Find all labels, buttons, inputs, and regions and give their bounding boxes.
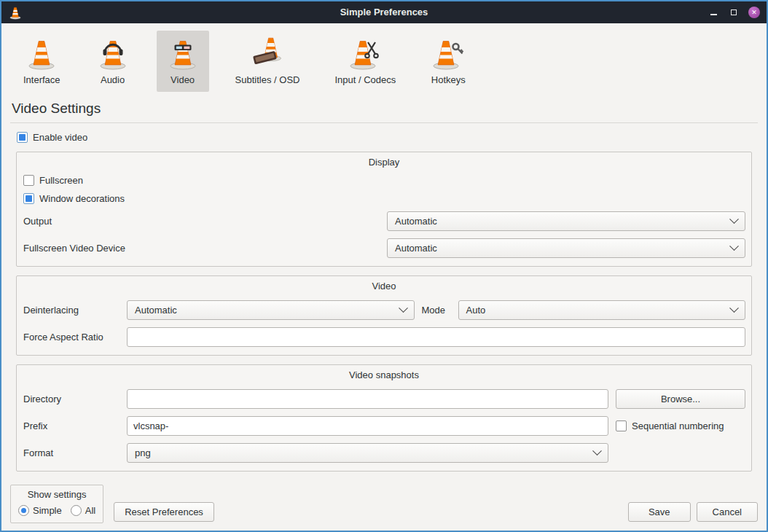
browse-button[interactable]: Browse... [616,389,745,409]
chevron-down-icon [729,214,739,224]
format-label: Format [23,447,119,458]
mode-label: Mode [422,305,451,316]
simple-radio-label[interactable]: Simple [33,505,62,516]
title-divider [10,122,758,123]
input-codecs-cone-scissors-icon [348,36,383,71]
vlc-logo-icon [8,5,23,20]
video-cone-glasses-icon [165,36,200,71]
save-button[interactable]: Save [628,502,691,522]
window-decorations-row: Window decorations [23,193,745,204]
force-aspect-ratio-input[interactable] [127,327,745,347]
window-decorations-checkbox[interactable] [23,193,34,204]
output-row: Output Automatic [23,211,745,231]
simple-radio[interactable] [18,505,29,516]
window-title: Simple Preferences [1,1,767,23]
video-group-title: Video [23,278,745,296]
footer-actions: Save Cancel [628,502,758,523]
fullscreen-video-device-label: Fullscreen Video Device [23,243,125,254]
fullscreen-row: Fullscreen [23,175,745,186]
fullscreen-checkbox[interactable] [23,175,34,186]
sequential-numbering-checkbox[interactable] [616,420,627,431]
tab-input-codecs[interactable]: Input / Codecs [326,31,404,92]
tab-label: Audio [101,74,125,85]
prefix-label: Prefix [23,420,119,431]
display-group-title: Display [23,154,745,172]
simple-radio-item: Simple [18,505,62,516]
settings-content: Video Settings Enable video Display Full… [1,93,767,480]
deinterlacing-dropdown[interactable]: Automatic [127,300,415,320]
chevron-down-icon [399,303,408,313]
tab-video[interactable]: Video [157,31,209,92]
output-dropdown[interactable]: Automatic [387,211,745,231]
tab-subtitles-osd[interactable]: Subtitles / OSD [227,31,309,92]
directory-input[interactable] [127,389,608,409]
deinterlacing-label: Deinterlacing [23,305,119,316]
deinterlacing-row: Deinterlacing Automatic Mode Auto [23,300,745,320]
category-toolbar: Interface Audio Video [1,23,767,93]
chevron-down-icon [729,303,739,313]
directory-label: Directory [23,394,119,404]
titlebar: Simple Preferences ✕ [1,1,767,23]
enable-video-row: Enable video [17,132,758,143]
tab-label: Subtitles / OSD [235,74,300,85]
tab-label: Hotkeys [431,74,466,85]
enable-video-checkbox[interactable] [17,132,28,143]
tab-interface[interactable]: Interface [15,31,69,92]
force-aspect-ratio-label: Force Aspect Ratio [23,332,119,343]
fullscreen-video-device-dropdown[interactable]: Automatic [387,238,745,258]
all-radio-label[interactable]: All [85,505,95,516]
video-snapshots-group-title: Video snapshots [23,367,745,385]
close-button[interactable]: ✕ [748,7,760,18]
preferences-window: Simple Preferences ✕ Interface Audio [0,0,768,532]
window-controls: ✕ [708,7,760,18]
video-snapshots-groupbox: Video snapshots Directory Browse... Pref… [16,364,752,472]
sequential-numbering-row: Sequential numbering [616,420,745,431]
show-settings-groupbox: Show settings Simple All [10,485,103,523]
footer: Show settings Simple All Reset Preferenc… [1,480,767,531]
snapshots-grid: Directory Browse... Prefix Sequential nu… [23,389,745,463]
reset-preferences-button[interactable]: Reset Preferences [114,502,214,522]
tab-audio[interactable]: Audio [87,31,139,92]
tab-label: Interface [23,74,60,85]
deinterlacing-value: Automatic [135,305,177,316]
tab-label: Video [171,74,195,85]
display-groupbox: Display Fullscreen Window decorations Ou… [16,152,752,267]
minimize-icon [710,14,717,15]
enable-video-label[interactable]: Enable video [33,132,87,143]
page-title: Video Settings [12,101,758,117]
subtitles-cone-sign-icon [250,36,285,71]
format-value: png [135,447,151,458]
fullscreen-video-device-value: Automatic [395,243,437,254]
interface-cone-icon [24,36,59,71]
show-settings-title: Show settings [18,487,95,505]
chevron-down-icon [729,241,739,251]
video-groupbox: Video Deinterlacing Automatic Mode Auto … [16,275,752,356]
all-radio-item: All [71,505,95,516]
restore-icon [731,9,737,15]
minimize-button[interactable] [708,7,719,18]
force-aspect-ratio-row: Force Aspect Ratio [23,327,745,347]
mode-dropdown[interactable]: Auto [458,300,746,320]
format-dropdown[interactable]: png [127,443,608,463]
cancel-button[interactable]: Cancel [697,502,758,522]
restore-button[interactable] [728,7,740,18]
tab-label: Input / Codecs [334,74,396,85]
chevron-down-icon [592,446,602,455]
output-dropdown-value: Automatic [395,216,437,227]
output-label: Output [23,216,52,227]
hotkeys-cone-key-icon [431,36,466,71]
all-radio[interactable] [71,505,82,516]
prefix-input[interactable] [127,416,608,436]
window-decorations-label[interactable]: Window decorations [39,193,125,204]
fullscreen-label[interactable]: Fullscreen [39,175,83,186]
sequential-numbering-label[interactable]: Sequential numbering [632,420,724,431]
mode-value: Auto [466,305,486,316]
fullscreen-video-device-row: Fullscreen Video Device Automatic [23,238,745,258]
show-settings-radios: Simple All [18,505,95,516]
tab-hotkeys[interactable]: Hotkeys [422,31,474,92]
audio-cone-headphones-icon [95,36,130,71]
